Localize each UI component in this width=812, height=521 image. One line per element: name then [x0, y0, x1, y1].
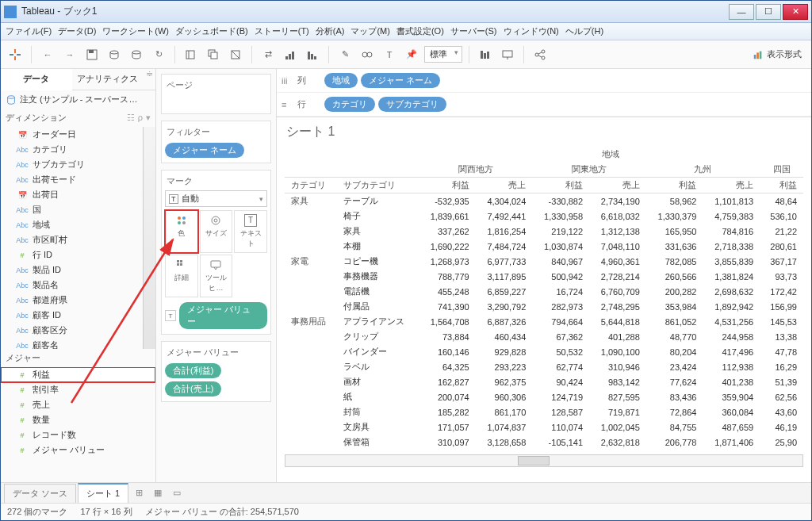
refresh-button[interactable]: ↻	[149, 45, 168, 64]
dimension-field[interactable]: Abc都道府県	[1, 293, 155, 308]
measure-field[interactable]: #レコード数	[1, 427, 155, 442]
mv-pill-sales[interactable]: 合計(売上)	[165, 381, 221, 396]
new-dashboard-button[interactable]: ▦	[149, 485, 167, 501]
menu-server[interactable]: サーバー(S)	[450, 25, 497, 37]
pause-updates-button[interactable]	[127, 45, 146, 64]
mv-pill-profit[interactable]: 合計(利益)	[165, 363, 221, 378]
mark-detail-button[interactable]: 詳細	[165, 255, 198, 297]
menu-file[interactable]: ファイル(F)	[6, 25, 52, 37]
table-row[interactable]: 封筒185,282861,170128,587719,87172,864360,…	[285, 404, 803, 419]
dimension-field[interactable]: Abcサブカテゴリ	[1, 157, 155, 172]
menu-map[interactable]: マップ(M)	[350, 25, 390, 37]
dimension-field[interactable]: Abc顧客区分	[1, 323, 155, 338]
save-button[interactable]	[82, 45, 102, 64]
row-pill-category[interactable]: カテゴリ	[324, 97, 375, 112]
dimension-field[interactable]: Abc顧客名	[1, 338, 155, 349]
mark-color-button[interactable]: 色	[165, 210, 198, 253]
dimension-field[interactable]: Abc製品名	[1, 278, 155, 293]
new-story-button[interactable]: ▭	[168, 485, 186, 501]
menu-dashboard[interactable]: ダッシュボード(B)	[175, 25, 248, 37]
measure-field[interactable]: #利益	[1, 367, 155, 382]
dimension-field[interactable]: Abc地域	[1, 217, 155, 232]
mark-tooltip-button[interactable]: ツールヒ…	[200, 255, 233, 297]
tableau-logo-icon[interactable]	[6, 45, 25, 64]
menu-worksheet[interactable]: ワークシート(W)	[102, 25, 169, 37]
menu-format[interactable]: 書式設定(O)	[396, 25, 444, 37]
measure-field[interactable]: #売上	[1, 397, 155, 412]
presentation-button[interactable]	[498, 45, 517, 64]
menu-icon[interactable]: ▾	[146, 113, 151, 123]
back-button[interactable]: ←	[38, 45, 57, 64]
table-row[interactable]: 紙200,074960,306124,719827,59583,436359,9…	[285, 389, 803, 404]
tab-datasource[interactable]: データ ソース	[4, 484, 76, 503]
tab-data[interactable]: データ	[1, 69, 72, 90]
table-row[interactable]: 家具テーブル-532,9354,304,024-330,8822,734,190…	[285, 193, 803, 209]
dimension-field[interactable]: #行 ID	[1, 247, 155, 262]
menu-analysis[interactable]: 分析(A)	[316, 25, 345, 37]
mark-text-pill[interactable]: メジャー バリュー	[179, 302, 267, 329]
search-icon[interactable]: ρ	[138, 113, 143, 123]
mark-text-button[interactable]: Tテキスト	[234, 210, 267, 253]
new-worksheet-button[interactable]	[182, 45, 201, 64]
columns-shelf[interactable]: iii 列 地域 メジャー ネーム	[277, 69, 811, 93]
dimension-field[interactable]: 📅出荷日	[1, 187, 155, 202]
table-row[interactable]: 事務用品アプライアンス1,564,7086,887,326794,6645,64…	[285, 314, 803, 329]
measure-field[interactable]: #割引率	[1, 382, 155, 397]
share-button[interactable]	[530, 45, 550, 64]
table-row[interactable]: ラベル64,325293,22362,774310,94623,424112,9…	[285, 359, 803, 374]
tab-menu-icon[interactable]: ≑	[143, 69, 155, 90]
datasource-row[interactable]: 注文 (サンプル - スーパース…	[1, 90, 155, 109]
menu-help[interactable]: ヘルプ(H)	[565, 25, 603, 37]
table-row[interactable]: 椅子1,839,6617,492,4411,330,9586,618,0321,…	[285, 209, 803, 224]
sheet-title[interactable]: シート 1	[277, 117, 811, 147]
show-me-button[interactable]: 表示形式	[748, 48, 806, 60]
table-row[interactable]: クリップ73,884460,43467,362401,28848,770244,…	[285, 329, 803, 344]
pin-button[interactable]: 📌	[402, 45, 421, 64]
minimize-button[interactable]: —	[729, 4, 754, 20]
sort-desc-button[interactable]	[303, 45, 322, 64]
dimension-field[interactable]: Abc製品 ID	[1, 262, 155, 278]
table-row[interactable]: バインダー160,146929,82850,5321,090,10080,204…	[285, 344, 803, 359]
tab-analytics[interactable]: アナリティクス	[72, 69, 144, 90]
dimension-field[interactable]: Abc出荷モード	[1, 172, 155, 187]
mark-size-button[interactable]: サイズ	[200, 210, 233, 253]
measure-field[interactable]: #数量	[1, 412, 155, 427]
table-row[interactable]: 電話機455,2486,859,22716,7246,760,709200,28…	[285, 284, 803, 299]
table-row[interactable]: 家具337,2621,816,254219,1221,312,138165,95…	[285, 224, 803, 239]
measure-values-shelf[interactable]: メジャー バリュー 合計(利益) 合計(売上)	[161, 341, 271, 402]
sort-asc-button[interactable]	[281, 45, 300, 64]
table-row[interactable]: 家電コピー機1,268,9736,977,733840,9674,960,361…	[285, 254, 803, 269]
table-row[interactable]: 事務機器788,7793,117,895500,9422,728,214260,…	[285, 269, 803, 284]
mark-type-selector[interactable]: T自動	[165, 190, 267, 207]
measure-field[interactable]: #メジャー バリュー	[1, 442, 155, 458]
label-button[interactable]: T	[380, 45, 399, 64]
filters-shelf[interactable]: フィルター メジャー ネーム	[161, 121, 271, 163]
group-button[interactable]	[358, 45, 377, 64]
maximize-button[interactable]: ☐	[756, 4, 781, 20]
dimension-field[interactable]: Abc顧客 ID	[1, 308, 155, 323]
table-row[interactable]: 付属品741,3903,290,792282,9732,748,295353,9…	[285, 299, 803, 314]
new-sheet-button[interactable]: ⊞	[130, 485, 147, 501]
dimension-field[interactable]: Abcカテゴリ	[1, 142, 155, 157]
view-icon[interactable]: ☷	[127, 113, 135, 123]
swap-button[interactable]: ⇄	[259, 45, 278, 64]
fit-selector[interactable]: 標準	[424, 46, 462, 63]
col-pill-region[interactable]: 地域	[324, 73, 358, 88]
highlight-button[interactable]: ✎	[335, 45, 354, 64]
menu-data[interactable]: データ(D)	[58, 25, 96, 37]
dimension-field[interactable]: 📅オーダー日	[1, 127, 155, 142]
table-row[interactable]: 保管箱310,0973,128,658-105,1412,632,818206,…	[285, 435, 803, 450]
duplicate-button[interactable]	[204, 45, 223, 64]
menu-window[interactable]: ウィンドウ(N)	[504, 25, 559, 37]
filter-pill[interactable]: メジャー ネーム	[165, 143, 244, 158]
dimension-field[interactable]: Abc国	[1, 202, 155, 217]
rows-shelf[interactable]: ≡ 行 カテゴリ サブカテゴリ	[277, 93, 811, 117]
clear-button[interactable]	[226, 45, 245, 64]
worksheet-view-button[interactable]	[476, 45, 495, 64]
menu-story[interactable]: ストーリー(T)	[255, 25, 309, 37]
table-row[interactable]: 文房具171,0571,074,837110,0741,002,04584,75…	[285, 419, 803, 435]
new-datasource-button[interactable]	[105, 45, 124, 64]
dimension-field[interactable]: Abc市区町村	[1, 232, 155, 247]
forward-button[interactable]: →	[60, 45, 79, 64]
close-button[interactable]: ✕	[783, 4, 808, 20]
